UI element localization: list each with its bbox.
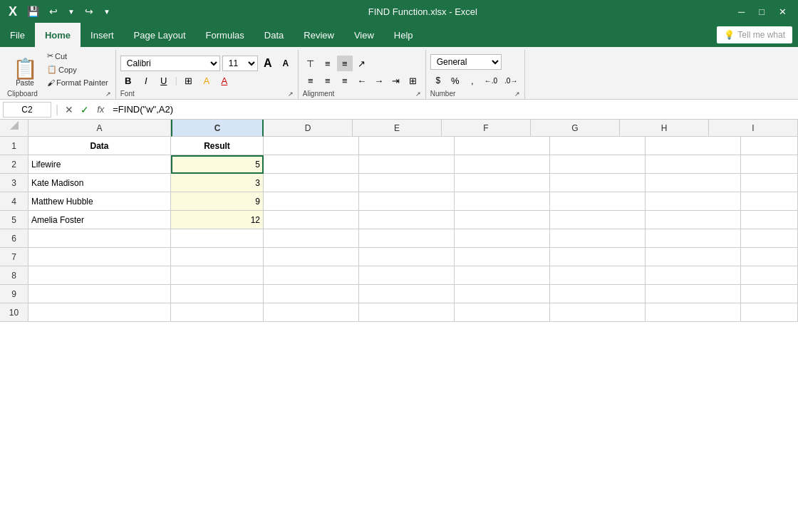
format-painter-button[interactable]: 🖌 Format Painter: [44, 77, 111, 88]
save-quick-access[interactable]: 💾: [24, 4, 42, 19]
font-color-button[interactable]: A: [217, 73, 232, 88]
cell-i6[interactable]: [741, 229, 798, 248]
redo-quick-access[interactable]: ↪: [82, 4, 96, 19]
number-expand[interactable]: ↗: [514, 90, 520, 98]
cell-g9[interactable]: [550, 285, 646, 303]
cell-a3[interactable]: Kate Madison: [28, 174, 171, 192]
cell-e9[interactable]: [359, 285, 455, 303]
number-format-select[interactable]: General: [430, 54, 502, 70]
cell-i9[interactable]: [741, 285, 798, 303]
tab-home[interactable]: Home: [35, 23, 81, 47]
cell-e10[interactable]: [359, 303, 455, 322]
col-header-e[interactable]: E: [353, 120, 442, 137]
cell-h1[interactable]: [646, 137, 741, 155]
decrease-decimal-button[interactable]: ←.0: [482, 73, 500, 88]
cell-c1[interactable]: Result: [171, 137, 264, 155]
cell-h3[interactable]: [646, 174, 741, 192]
cell-f2[interactable]: [455, 155, 550, 174]
cut-button[interactable]: ✂ Cut: [44, 50, 111, 62]
font-size-select[interactable]: 11: [222, 56, 258, 71]
cell-c8[interactable]: [171, 266, 264, 285]
cell-a2[interactable]: Lifewire: [28, 155, 171, 174]
cell-f9[interactable]: [455, 285, 550, 303]
cell-i8[interactable]: [741, 266, 798, 285]
cell-e7[interactable]: [359, 248, 455, 266]
font-family-select[interactable]: Calibri: [120, 56, 220, 71]
orientation-button[interactable]: ↗: [354, 56, 370, 71]
minimize-button[interactable]: ─: [732, 5, 750, 19]
col-header-c[interactable]: C: [171, 120, 264, 137]
align-middle-button[interactable]: ≡: [320, 56, 336, 71]
col-header-g[interactable]: G: [531, 120, 620, 137]
font-shrink-button[interactable]: A: [278, 56, 294, 71]
alignment-expand[interactable]: ↗: [415, 90, 421, 98]
cell-d1[interactable]: [264, 137, 359, 155]
cell-d9[interactable]: [264, 285, 359, 303]
cell-h5[interactable]: [646, 211, 741, 229]
fill-color-button[interactable]: A: [199, 73, 214, 88]
undo-quick-access[interactable]: ↩: [46, 4, 61, 19]
cell-c10[interactable]: [171, 303, 264, 322]
cell-c7[interactable]: [171, 248, 264, 266]
cell-e2[interactable]: [359, 155, 455, 174]
cell-d7[interactable]: [264, 248, 359, 266]
cell-d8[interactable]: [264, 266, 359, 285]
customize-quick-access[interactable]: ▼: [100, 6, 113, 17]
cell-a10[interactable]: [28, 303, 171, 322]
tab-insert[interactable]: Insert: [81, 23, 124, 47]
percent-button[interactable]: %: [447, 73, 463, 88]
clipboard-expand[interactable]: ↗: [105, 90, 111, 98]
tab-formulas[interactable]: Formulas: [196, 23, 254, 47]
cell-h10[interactable]: [646, 303, 741, 322]
cell-a7[interactable]: [28, 248, 171, 266]
cell-h6[interactable]: [646, 229, 741, 248]
cell-f4[interactable]: [455, 192, 550, 211]
cell-d5[interactable]: [264, 211, 359, 229]
cell-g1[interactable]: [550, 137, 646, 155]
tab-page-layout[interactable]: Page Layout: [124, 23, 196, 47]
align-center-button[interactable]: ≡: [320, 73, 336, 88]
underline-button[interactable]: U: [156, 73, 172, 88]
tab-help[interactable]: Help: [384, 23, 423, 47]
tab-view[interactable]: View: [344, 23, 384, 47]
cell-f10[interactable]: [455, 303, 550, 322]
wrap-text-button[interactable]: ⇥: [388, 73, 404, 88]
decrease-indent-button[interactable]: ←: [354, 73, 370, 88]
cell-d6[interactable]: [264, 229, 359, 248]
cell-a6[interactable]: [28, 229, 171, 248]
cell-e3[interactable]: [359, 174, 455, 192]
cell-c9[interactable]: [171, 285, 264, 303]
tell-me-box[interactable]: 💡 Tell me what: [717, 26, 792, 43]
merge-button[interactable]: ⊞: [405, 73, 421, 88]
cell-f7[interactable]: [455, 248, 550, 266]
cell-f8[interactable]: [455, 266, 550, 285]
align-right-button[interactable]: ≡: [337, 73, 353, 88]
cell-g6[interactable]: [550, 229, 646, 248]
cell-e5[interactable]: [359, 211, 455, 229]
cell-c5[interactable]: 12: [171, 211, 264, 229]
currency-button[interactable]: $: [430, 73, 446, 88]
confirm-formula-button[interactable]: ✓: [78, 104, 91, 115]
col-header-i[interactable]: I: [709, 120, 798, 137]
cell-h2[interactable]: [646, 155, 741, 174]
font-expand[interactable]: ↗: [288, 90, 294, 98]
close-button[interactable]: ✕: [773, 5, 792, 19]
col-header-f[interactable]: F: [442, 120, 531, 137]
maximize-button[interactable]: □: [753, 5, 770, 19]
align-bottom-button[interactable]: ≡: [337, 56, 353, 71]
cell-i2[interactable]: [741, 155, 798, 174]
cell-h8[interactable]: [646, 266, 741, 285]
formula-input[interactable]: [110, 104, 795, 115]
cell-e1[interactable]: [359, 137, 455, 155]
cell-h7[interactable]: [646, 248, 741, 266]
cell-g8[interactable]: [550, 266, 646, 285]
copy-button[interactable]: 📋 Copy: [44, 63, 111, 75]
col-header-d[interactable]: D: [264, 120, 353, 137]
cell-c3[interactable]: 3: [171, 174, 264, 192]
cell-h4[interactable]: [646, 192, 741, 211]
italic-button[interactable]: I: [138, 73, 154, 88]
cell-a5[interactable]: Amelia Foster: [28, 211, 171, 229]
cell-f1[interactable]: [455, 137, 550, 155]
cancel-formula-button[interactable]: ✕: [63, 104, 76, 115]
cell-reference-box[interactable]: [3, 102, 51, 118]
